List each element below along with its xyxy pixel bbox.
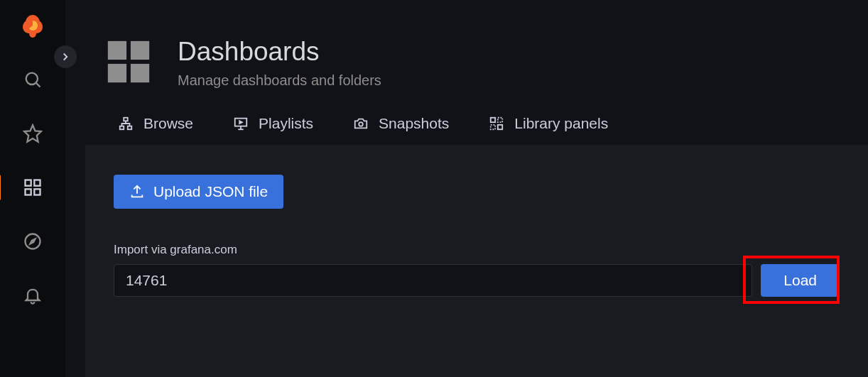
import-via-grafana-field: Import via grafana.com Load — [114, 243, 840, 297]
upload-json-label: Upload JSON file — [153, 183, 268, 200]
import-id-input[interactable] — [114, 264, 752, 297]
upload-icon — [129, 184, 145, 200]
expand-sidebar-button[interactable] — [54, 45, 77, 68]
tab-library-panels[interactable]: Library panels — [489, 115, 608, 132]
compass-icon — [23, 231, 43, 251]
tab-browse[interactable]: Browse — [118, 115, 193, 132]
nav-starred[interactable] — [17, 118, 48, 149]
nav-explore[interactable] — [17, 226, 48, 257]
nav-alerting[interactable] — [17, 280, 48, 311]
tab-label: Playlists — [259, 115, 313, 132]
tab-label: Browse — [143, 115, 193, 132]
import-field-label: Import via grafana.com — [114, 243, 840, 257]
load-button[interactable]: Load — [761, 264, 840, 297]
svg-rect-13 — [124, 118, 128, 121]
svg-rect-5 — [26, 189, 31, 195]
upload-json-button[interactable]: Upload JSON file — [114, 175, 283, 209]
star-icon — [23, 124, 43, 143]
dashboard-grid-icon — [104, 37, 153, 87]
svg-marker-2 — [24, 125, 40, 141]
page-title: Dashboards — [178, 37, 381, 67]
main-content: Dashboards Manage dashboards and folders… — [65, 0, 868, 377]
import-panel: Upload JSON file Import via grafana.com … — [85, 145, 868, 377]
svg-rect-21 — [491, 118, 495, 122]
nav-search[interactable] — [17, 64, 48, 95]
svg-rect-10 — [133, 43, 147, 58]
svg-rect-6 — [34, 189, 40, 195]
svg-rect-12 — [133, 66, 147, 80]
svg-rect-11 — [110, 66, 124, 80]
svg-rect-3 — [26, 180, 31, 186]
tabs-bar: Browse Playlists Snapshots Library panel… — [65, 89, 868, 132]
grafana-logo[interactable] — [18, 13, 47, 41]
svg-rect-22 — [498, 125, 502, 129]
library-panel-icon — [489, 116, 504, 131]
svg-line-1 — [36, 83, 40, 87]
camera-icon — [353, 116, 369, 131]
sidebar — [0, 0, 65, 377]
tab-label: Snapshots — [379, 115, 449, 132]
svg-rect-24 — [491, 125, 495, 129]
search-icon — [23, 70, 43, 89]
sitemap-icon — [118, 116, 134, 131]
svg-marker-19 — [239, 121, 242, 124]
svg-rect-23 — [498, 118, 502, 122]
bell-icon — [23, 285, 43, 305]
tab-label: Library panels — [514, 115, 608, 132]
page-subtitle: Manage dashboards and folders — [178, 72, 381, 89]
svg-rect-15 — [128, 126, 132, 130]
svg-point-0 — [26, 73, 38, 84]
page-header-icon — [104, 37, 153, 89]
chevron-right-icon — [59, 50, 72, 63]
nav-dashboards[interactable] — [17, 172, 48, 203]
svg-rect-14 — [120, 126, 124, 130]
page-header: Dashboards Manage dashboards and folders — [65, 0, 868, 89]
svg-rect-9 — [110, 43, 124, 58]
tab-snapshots[interactable]: Snapshots — [353, 115, 449, 132]
dashboard-grid-icon — [23, 177, 43, 197]
svg-marker-8 — [31, 239, 36, 244]
svg-point-20 — [359, 122, 363, 126]
tab-playlists[interactable]: Playlists — [233, 115, 313, 132]
svg-rect-4 — [34, 180, 40, 186]
presentation-icon — [233, 116, 249, 131]
